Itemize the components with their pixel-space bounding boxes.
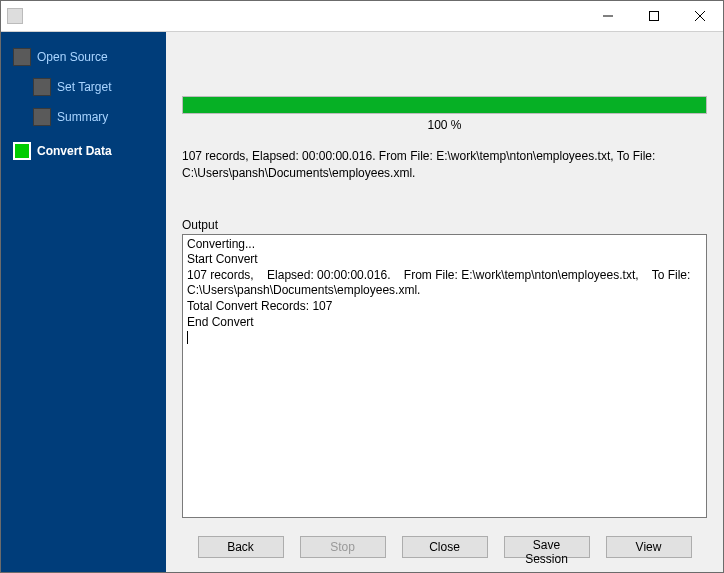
main-panel: 100 % 107 records, Elapsed: 00:00:00.016… (166, 32, 723, 572)
sidebar-item-open-source[interactable]: Open Source (1, 44, 166, 70)
step-icon-active (13, 142, 31, 160)
close-button[interactable]: Close (402, 536, 488, 558)
progress-section: 100 % (182, 96, 707, 132)
output-text: Converting... Start Convert 107 records,… (187, 237, 694, 329)
output-textarea[interactable]: Converting... Start Convert 107 records,… (182, 234, 707, 518)
sidebar-item-label: Open Source (37, 50, 108, 64)
window-controls (585, 1, 723, 31)
progress-percent-label: 100 % (182, 118, 707, 132)
step-icon (33, 78, 51, 96)
progress-bar (182, 96, 707, 114)
step-icon (13, 48, 31, 66)
svg-rect-1 (650, 12, 659, 21)
app-window: Open Source Set Target Summary Convert D… (0, 0, 724, 573)
text-cursor (187, 331, 188, 344)
output-label: Output (182, 218, 707, 232)
progress-fill (183, 97, 706, 113)
sidebar-item-set-target[interactable]: Set Target (1, 74, 166, 100)
content-area: 100 % 107 records, Elapsed: 00:00:00.016… (166, 32, 723, 526)
wizard-sidebar: Open Source Set Target Summary Convert D… (1, 32, 166, 572)
save-session-button[interactable]: Save Session (504, 536, 590, 558)
stop-button[interactable]: Stop (300, 536, 386, 558)
maximize-button[interactable] (631, 1, 677, 31)
button-row: Back Stop Close Save Session View (166, 526, 723, 572)
conversion-summary-text: 107 records, Elapsed: 00:00:00.016. From… (182, 148, 707, 182)
step-icon (33, 108, 51, 126)
title-bar (1, 1, 723, 31)
app-icon (7, 8, 23, 24)
sidebar-item-label: Summary (57, 110, 108, 124)
view-button[interactable]: View (606, 536, 692, 558)
sidebar-item-label: Set Target (57, 80, 111, 94)
sidebar-item-summary[interactable]: Summary (1, 104, 166, 130)
sidebar-item-label: Convert Data (37, 144, 112, 158)
back-button[interactable]: Back (198, 536, 284, 558)
close-window-button[interactable] (677, 1, 723, 31)
sidebar-item-convert-data[interactable]: Convert Data (1, 138, 166, 164)
window-body: Open Source Set Target Summary Convert D… (1, 31, 723, 572)
titlebar-left (7, 8, 27, 24)
minimize-button[interactable] (585, 1, 631, 31)
